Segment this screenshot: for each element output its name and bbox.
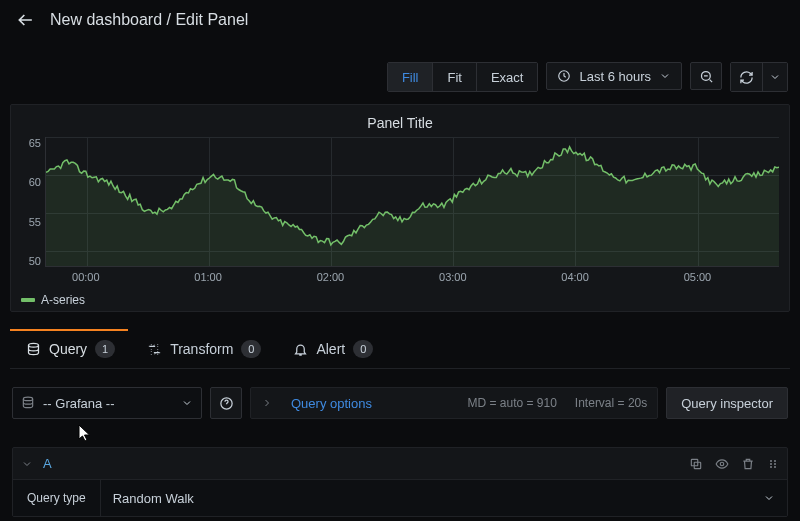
fit-button[interactable]: Fit [433,63,476,91]
chevron-down-icon[interactable] [21,458,33,470]
time-range-label: Last 6 hours [579,69,651,84]
query-interval: Interval = 20s [575,396,647,410]
trash-icon[interactable] [741,457,755,471]
tab-query[interactable]: Query 1 [10,330,131,368]
svg-point-13 [774,466,776,468]
query-inspector-button[interactable]: Query inspector [666,387,788,419]
svg-point-7 [720,462,724,466]
page-title: New dashboard / Edit Panel [50,11,248,29]
time-range-picker[interactable]: Last 6 hours [546,62,682,90]
view-mode-segmented: Fill Fit Exact [387,62,539,92]
datasource-select[interactable]: -- Grafana -- [12,387,202,419]
query-options-link[interactable]: Query options [291,396,372,411]
query-options-bar: Query options MD = auto = 910 Interval =… [250,387,658,419]
svg-point-10 [770,463,772,465]
legend-swatch [21,298,35,302]
refresh-interval-button[interactable] [763,63,787,91]
cursor-icon [78,424,94,442]
chevron-down-icon [659,70,671,82]
refresh-button[interactable] [731,63,763,91]
svg-point-11 [774,463,776,465]
query-id: A [43,456,52,471]
chart-plot[interactable] [45,137,779,267]
query-type-label: Query type [13,480,101,516]
query-md: MD = auto = 910 [467,396,556,410]
drag-handle-icon[interactable] [767,457,779,471]
transform-icon [147,342,162,357]
panel-title: Panel Title [21,115,779,131]
svg-point-12 [770,466,772,468]
svg-point-3 [23,397,32,401]
tab-alert[interactable]: Alert 0 [277,330,389,368]
svg-point-8 [770,460,772,462]
datasource-help-button[interactable] [210,387,242,419]
x-axis: 00:00 01:00 02:00 03:00 04:00 05:00 [45,271,779,285]
bell-icon [293,342,308,357]
legend: A-series [21,293,779,307]
fill-button[interactable]: Fill [388,63,434,91]
database-icon [21,396,35,410]
query-type-select[interactable]: Random Walk [101,480,787,516]
exact-button[interactable]: Exact [477,63,538,91]
zoom-out-button[interactable] [690,62,722,90]
query-type-value: Random Walk [113,491,194,506]
panel-preview: Panel Title 65 60 55 50 00:00 01:00 02:0… [10,104,790,312]
svg-point-2 [29,343,39,347]
copy-icon[interactable] [689,457,703,471]
y-axis: 65 60 55 50 [21,137,45,267]
query-row-a: A Query type Random Walk [12,447,788,517]
back-button[interactable] [14,8,38,32]
chevron-right-icon[interactable] [261,397,273,409]
svg-point-9 [774,460,776,462]
datasource-selected: -- Grafana -- [43,396,115,411]
database-icon [26,342,41,357]
editor-tabs: Query 1 Transform 0 Alert 0 [10,330,790,369]
chevron-down-icon [181,397,193,409]
eye-icon[interactable] [715,457,729,471]
legend-label: A-series [41,293,85,307]
clock-icon [557,69,571,83]
refresh-group [730,62,788,92]
chevron-down-icon [763,492,775,504]
tab-transform[interactable]: Transform 0 [131,330,277,368]
